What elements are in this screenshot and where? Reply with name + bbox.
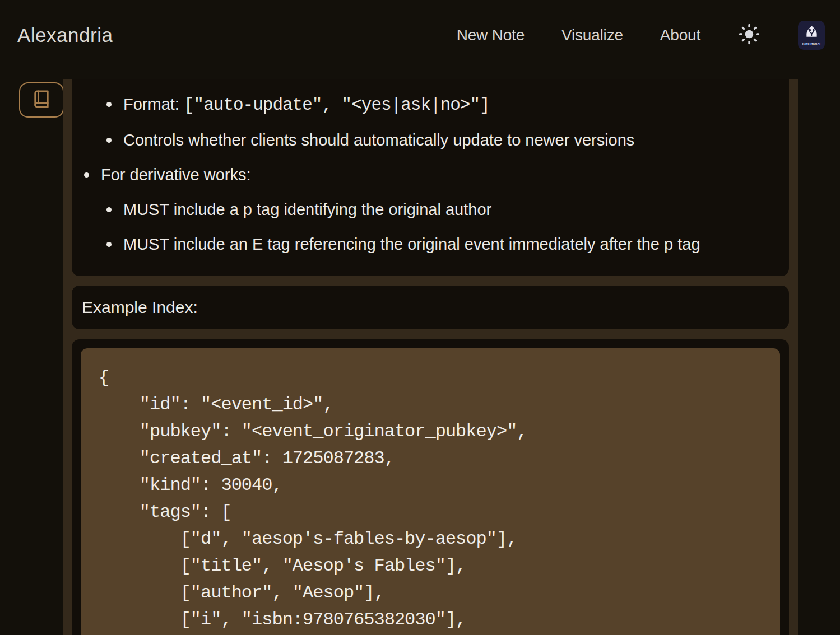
list-item: MUST include an E tag referencing the or… [106,233,776,255]
book-icon [32,90,51,110]
list-item-text: Format: ["auto-update", "<yes|ask|no>"] [123,93,490,116]
nav-item-visualize[interactable]: Visualize [561,26,623,44]
app-header: Alexandria New Note Visualize About [0,0,840,79]
code-section-card: { "id": "<event_id>", "pubkey": "<event_… [72,339,789,635]
bullet-dot [106,102,112,107]
inline-code: ["auto-update", "<yes|ask|no>"] [184,95,490,115]
list-item: For derivative works: [84,164,776,186]
list-item: Format: ["auto-update", "<yes|ask|no>"] [106,93,776,116]
main-area: Format: ["auto-update", "<yes|ask|no>"] … [0,79,840,635]
theme-toggle-button[interactable] [737,24,761,47]
example-index-label: Example Index: [82,298,198,317]
nav-item-new-note[interactable]: New Note [457,26,525,44]
bullet-dot [106,242,112,247]
sun-icon [739,24,760,46]
doc-section-card: Format: ["auto-update", "<yes|ask|no>"] … [72,79,789,276]
list-item: Controls whether clients should automati… [106,129,776,151]
list-item-text: MUST include a p tag identifying the ori… [123,198,491,221]
bullet-dot [106,207,112,212]
left-rail [0,79,63,118]
list-item-text: MUST include an E tag referencing the or… [123,233,700,255]
content-panel: Format: ["auto-update", "<yes|ask|no>"] … [63,79,798,635]
main-nav: New Note Visualize About [457,21,825,50]
app-title[interactable]: Alexandria [17,24,113,46]
nav-item-about[interactable]: About [660,26,700,44]
gitcitadel-logo-caption: GitCitadel [802,42,821,46]
bullet-dot [84,172,89,178]
book-button[interactable] [19,82,64,118]
list-item: MUST include a p tag identifying the ori… [106,198,776,221]
bullet-dot [106,138,112,143]
gitcitadel-logo[interactable]: GitCitadel [798,21,825,50]
list-item-text: Controls whether clients should automati… [123,129,634,151]
json-code: { "id": "<event_id>", "pubkey": "<event_… [99,365,762,633]
gitcitadel-arch-icon [804,25,819,41]
example-index-card: Example Index: [72,286,789,329]
code-block: { "id": "<event_id>", "pubkey": "<event_… [81,348,780,635]
list-item-text: For derivative works: [101,164,251,186]
